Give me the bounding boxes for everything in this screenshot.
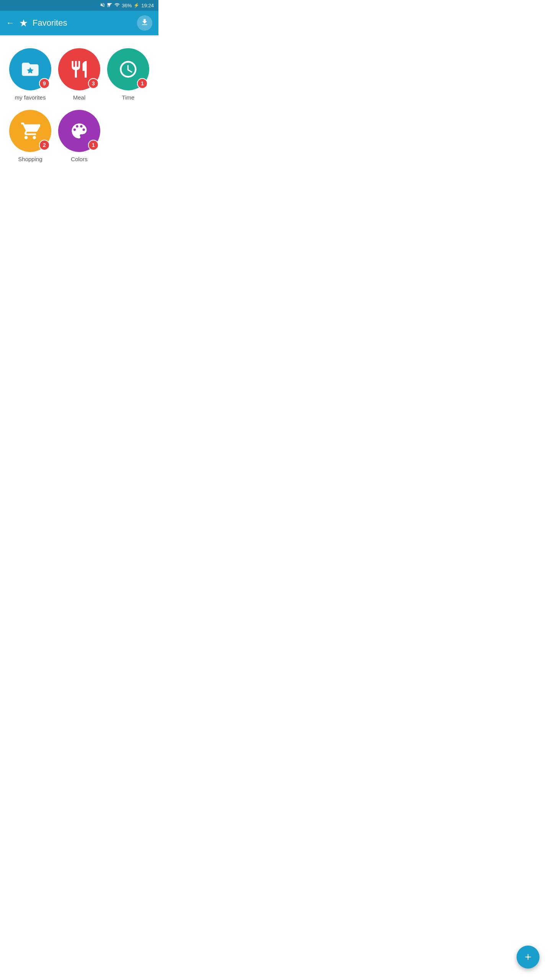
circle-wrap-my-favorites: 9	[9, 48, 51, 90]
content-area: 9 my favorites 3 Meal	[0, 37, 158, 193]
app-bar: ← ★ Favorites	[0, 11, 158, 35]
category-grid-row1: 9 my favorites 3 Meal	[8, 48, 151, 101]
category-colors[interactable]: 1 Colors	[57, 110, 102, 162]
label-colors: Colors	[71, 156, 87, 162]
badge-my-favorites: 9	[39, 78, 50, 89]
category-my-favorites[interactable]: 9 my favorites	[8, 48, 53, 101]
badge-colors: 1	[88, 140, 99, 150]
category-time[interactable]: 1 Time	[106, 48, 151, 101]
battery-icon: ⚡	[134, 3, 139, 8]
cart-icon	[20, 121, 40, 141]
label-time: Time	[122, 94, 135, 101]
app-bar-title: Favorites	[33, 18, 67, 28]
cast-icon	[107, 2, 112, 9]
download-button[interactable]	[137, 15, 152, 31]
badge-shopping: 2	[39, 140, 50, 150]
circle-wrap-meal: 3	[58, 48, 100, 90]
category-shopping[interactable]: 2 Shopping	[8, 110, 53, 162]
meal-icon	[69, 59, 89, 79]
folder-star-icon	[20, 59, 40, 79]
badge-meal: 3	[88, 78, 99, 89]
time-display: 19:24	[141, 3, 154, 8]
star-icon: ★	[19, 17, 28, 29]
status-bar: 36% ⚡ 19:24	[0, 0, 158, 11]
mute-icon	[100, 2, 105, 9]
label-my-favorites: my favorites	[15, 94, 46, 101]
signal-icon	[114, 2, 120, 9]
label-shopping: Shopping	[18, 156, 42, 162]
app-bar-left: ← ★ Favorites	[6, 17, 67, 29]
battery-percent: 36%	[122, 3, 132, 8]
empty-slot	[106, 110, 151, 162]
circle-wrap-colors: 1	[58, 110, 100, 152]
label-meal: Meal	[73, 94, 86, 101]
status-icons: 36% ⚡ 19:24	[100, 2, 154, 9]
category-grid-row2: 2 Shopping 1 Colors	[8, 110, 151, 162]
clock-icon	[118, 59, 138, 79]
badge-time: 1	[137, 78, 148, 89]
category-meal[interactable]: 3 Meal	[57, 48, 102, 101]
circle-wrap-time: 1	[107, 48, 149, 90]
circle-wrap-shopping: 2	[9, 110, 51, 152]
palette-icon	[69, 121, 89, 141]
back-button[interactable]: ←	[6, 18, 15, 28]
download-icon	[140, 18, 149, 28]
